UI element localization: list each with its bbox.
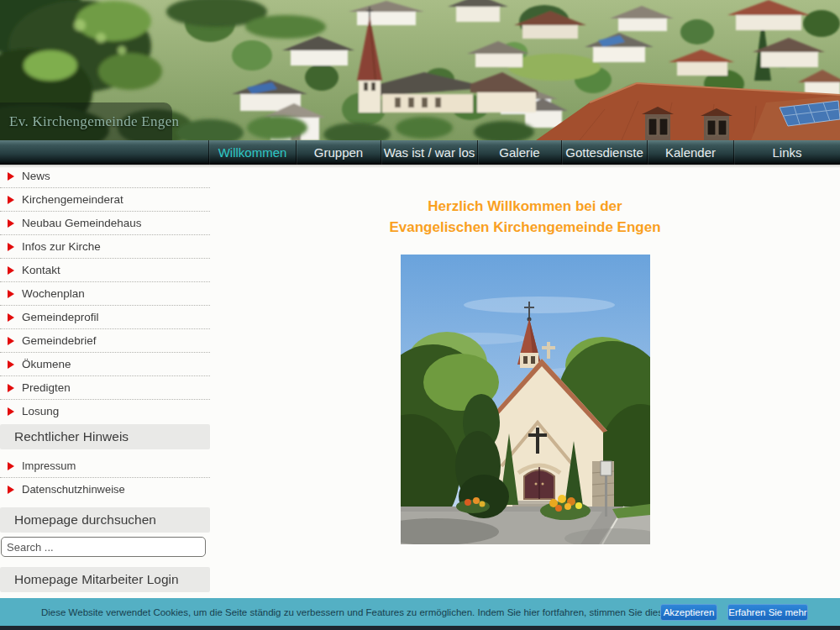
red-triangle-right-icon xyxy=(8,266,14,275)
sidebar-item-losung[interactable]: Losung xyxy=(0,400,210,423)
footer-strip xyxy=(0,626,840,630)
sidebar-item-oekumene[interactable]: Ökumene xyxy=(0,353,210,376)
red-triangle-right-icon xyxy=(8,407,14,416)
tab-kalender[interactable]: Kalender xyxy=(647,140,733,165)
tab-galerie[interactable]: Galerie xyxy=(477,140,561,165)
sidebar-item-label: Infos zur Kirche xyxy=(22,240,101,253)
sidebar-item-label: Gemeindeprofil xyxy=(22,311,99,323)
tab-gottesdienste[interactable]: Gottesdienste xyxy=(561,140,647,165)
welcome-line-1: Herzlich Willkommen bei der xyxy=(210,196,840,217)
sidebar-item-label: Neubau Gemeindehaus xyxy=(22,217,142,229)
legal-list: Impressum Datenschutzhinweise xyxy=(0,454,210,501)
login-heading[interactable]: Homepage Mitarbeiter Login xyxy=(0,567,210,592)
header-banner: Ev. Kirchengemeinde Engen xyxy=(0,0,840,140)
search-input[interactable] xyxy=(1,537,206,557)
sidebar-item-kontakt[interactable]: Kontakt xyxy=(0,259,210,282)
sidebar-item-label: Gemeindebrief xyxy=(22,334,97,347)
sidebar-item-news[interactable]: News xyxy=(0,165,210,188)
sidebar-item-wochenplan[interactable]: Wochenplan xyxy=(0,282,210,306)
cookie-banner: Diese Website verwendet Cookies, um die … xyxy=(0,598,840,626)
sidebar-item-infos-zur-kirche[interactable]: Infos zur Kirche xyxy=(0,235,210,259)
search-heading: Homepage durchsuchen xyxy=(0,507,210,533)
red-triangle-right-icon xyxy=(8,486,14,494)
red-triangle-right-icon xyxy=(8,243,14,251)
site-title[interactable]: Ev. Kirchengemeinde Engen xyxy=(0,113,179,130)
red-triangle-right-icon xyxy=(8,196,14,204)
welcome-line-2: Evangelischen Kirchengemeinde Engen xyxy=(210,217,840,238)
red-triangle-right-icon xyxy=(8,313,14,322)
cookie-message: Diese Website verwendet Cookies, um die … xyxy=(0,607,692,617)
sidebar-item-label: Ökumene xyxy=(22,358,71,370)
sidebar-item-label: Kontakt xyxy=(22,264,60,276)
sidebar-item-label: Kirchengemeinderat xyxy=(22,193,123,206)
sidebar-item-gemeindeprofil[interactable]: Gemeindeprofil xyxy=(0,306,210,329)
red-triangle-right-icon xyxy=(8,384,14,392)
sidebar-item-predigten[interactable]: Predigten xyxy=(0,376,210,400)
tab-was-ist-war-los[interactable]: Was ist / war los xyxy=(381,140,477,165)
red-triangle-right-icon xyxy=(8,337,14,345)
church-photo-frame xyxy=(401,255,650,544)
sidebar-item-datenschutzhinweise[interactable]: Datenschutzhinweise xyxy=(0,478,210,501)
sidebar-item-impressum[interactable]: Impressum xyxy=(0,454,210,478)
red-triangle-right-icon xyxy=(8,462,14,470)
sidebar-item-label: Wochenplan xyxy=(22,287,85,300)
main-navigation: Willkommen Gruppen Was ist / war los Gal… xyxy=(0,140,840,165)
site-title-overlay: Ev. Kirchengemeinde Engen xyxy=(0,102,172,140)
sidebar: News Kirchengemeinderat Neubau Gemeindeh… xyxy=(0,165,210,592)
sidebar-item-gemeindebrief[interactable]: Gemeindebrief xyxy=(0,329,210,353)
church-building-photo xyxy=(401,255,650,544)
sidebar-item-label: Losung xyxy=(22,405,59,417)
red-triangle-right-icon xyxy=(8,172,14,181)
cookie-accept-button[interactable]: Akzeptieren xyxy=(660,604,717,621)
red-triangle-right-icon xyxy=(8,290,14,298)
sidebar-item-label: Datenschutzhinweise xyxy=(22,483,125,496)
red-triangle-right-icon xyxy=(8,219,14,228)
sidebar-item-label: News xyxy=(22,170,50,182)
legal-heading: Rechtlicher Hinweis xyxy=(0,424,210,449)
tab-links[interactable]: Links xyxy=(733,140,840,165)
red-triangle-right-icon xyxy=(8,360,14,369)
tab-gruppen[interactable]: Gruppen xyxy=(296,140,381,165)
sidebar-item-label: Impressum xyxy=(22,459,76,472)
tab-willkommen[interactable]: Willkommen xyxy=(208,140,296,165)
sidebar-item-neubau-gemeindehaus[interactable]: Neubau Gemeindehaus xyxy=(0,212,210,235)
sidebar-item-kirchengemeinderat[interactable]: Kirchengemeinderat xyxy=(0,188,210,212)
cookie-more-button[interactable]: Erfahren Sie mehr xyxy=(727,604,808,621)
welcome-heading: Herzlich Willkommen bei der Evangelische… xyxy=(210,196,840,238)
main-content: Herzlich Willkommen bei der Evangelische… xyxy=(210,165,840,544)
sidebar-item-label: Predigten xyxy=(22,381,71,394)
